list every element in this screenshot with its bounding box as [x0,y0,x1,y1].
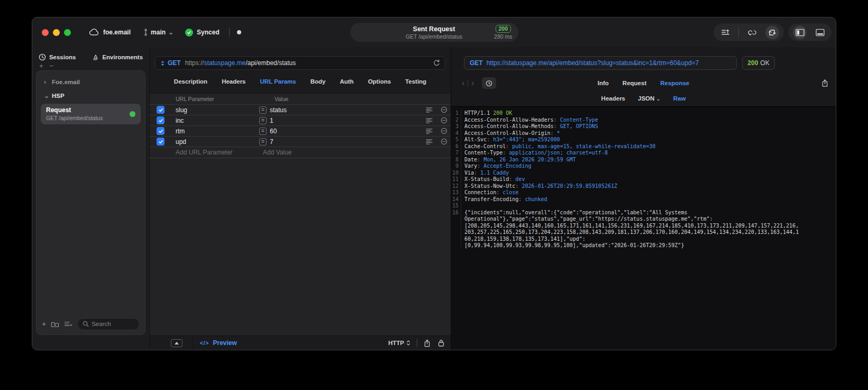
add-param-value-placeholder[interactable]: Add Value [263,149,292,156]
line-number: 5 [451,137,461,143]
param-value-field[interactable]: 1 [270,117,273,124]
editor-tab-options[interactable]: Options [368,78,391,85]
method-label[interactable]: GET [168,59,181,67]
param-name-field[interactable]: slug [176,106,259,114]
param-remove-icon[interactable] [441,106,447,113]
response-panel: GET https://statuspage.me/api/embed/stat… [451,47,836,350]
response-line: 10Via: 1.1 Caddy [451,170,836,177]
url-text[interactable]: https://statuspage.me/api/embed/status [185,59,296,67]
tree-group-foe-email[interactable]: › Foe.email [41,75,141,89]
expand-panel-icon[interactable] [171,339,182,347]
editor-tab-testing[interactable]: Testing [405,78,426,85]
code-icon: </> [200,340,209,346]
toggle-bottom-panel-icon[interactable] [813,25,827,39]
tab-sessions[interactable]: Sessions [39,53,76,61]
remove-session-button[interactable]: − [50,63,54,70]
param-value-field[interactable]: 60 [270,128,277,135]
response-status-code: 200 [747,59,758,67]
history-button[interactable] [482,77,496,89]
tree-group-hsp[interactable]: ⌄ HSP [41,89,141,103]
tab-environments[interactable]: Environments [92,53,143,61]
protocol-label: HTTP [388,340,404,346]
sync-status[interactable]: Synced [185,29,220,37]
sent-request-url-bar[interactable]: GET https://statuspage.me/api/embed/stat… [464,56,737,70]
sent-request-title: Sent Request [413,25,455,33]
response-tab-info[interactable]: Info [598,80,609,86]
param-remove-icon[interactable] [441,117,447,124]
param-value-field[interactable]: 7 [270,138,273,146]
reload-icon[interactable] [433,59,440,67]
request-tree-item-selected[interactable]: Request GET /api/embed/status [41,104,141,124]
param-enabled-checkbox[interactable] [157,106,165,114]
line-number: 15 [451,203,461,210]
response-subtab-json[interactable]: JSON⌄ [638,95,661,102]
url-host: statuspage.me [204,59,246,67]
sync-loop-icon[interactable] [745,25,759,39]
history-forward-icon[interactable]: › [468,79,477,87]
lock-icon[interactable] [438,339,444,347]
url-path: /api/embed/status [245,59,296,67]
editor-tab-auth[interactable]: Auth [340,78,353,85]
preview-label: Preview [213,339,236,347]
editor-tab-url-params[interactable]: URL Params [260,78,296,85]
resend-request-icon[interactable] [765,25,779,39]
close-window-button[interactable] [42,29,49,36]
minimize-window-button[interactable] [53,29,60,36]
unsaved-indicator-dot [237,30,241,34]
toolbar-group-requests [714,24,784,41]
branch-selector[interactable]: main ⌄ [143,28,173,37]
project-switcher[interactable]: foe.email [89,29,131,36]
param-format-icon[interactable] [426,107,433,113]
zoom-window-button[interactable] [64,29,71,36]
add-param-name-placeholder[interactable]: Add URL Parameter [176,149,233,156]
param-format-icon[interactable] [426,128,433,134]
editor-tab-headers[interactable]: Headers [222,78,245,85]
add-request-button[interactable]: + [42,320,46,328]
branch-icon [143,28,148,37]
sent-request-summary[interactable]: Sent Request GET /api/embed/status 200 2… [350,23,518,42]
response-subtab-headers[interactable]: Headers [601,95,625,102]
chevron-down-icon: ⌄ [656,96,660,102]
param-remove-icon[interactable] [441,128,447,134]
response-line: [0,99.94,100,99.93,99.98,99.95,100],"upd… [451,242,836,249]
param-row: upd = 7 [150,136,451,147]
param-remove-icon[interactable] [441,138,447,145]
response-line: 5Alt-Svc: h3=":443"; ma=2592000 [451,137,836,143]
add-param-row[interactable]: Add URL Parameter Add Value [150,147,451,158]
response-tab-request[interactable]: Request [623,80,646,86]
request-list-icon[interactable] [718,25,732,39]
session-tree-panel: › Foe.email ⌄ HSP Request GET /api/embed… [36,70,145,335]
param-enabled-checkbox[interactable] [157,116,165,124]
param-row: rtm = 60 [150,125,451,136]
method-stepper-icon[interactable] [160,60,165,67]
protocol-selector[interactable]: HTTP [388,340,410,346]
sort-options-icon[interactable] [64,321,72,328]
editor-tab-body[interactable]: Body [310,78,326,85]
request-url-field[interactable]: GET https://statuspage.me/api/embed/stat… [155,56,445,70]
new-folder-icon[interactable] [51,321,59,328]
search-input[interactable]: Search [77,318,140,330]
add-session-button[interactable]: + [39,63,43,70]
history-back-icon[interactable]: ‹ [459,79,468,87]
footer-divider [417,339,417,347]
response-subtabs: HeadersJSON⌄Raw [451,93,836,104]
response-line: 12X-Status-Now-Utc: 2026-01-26T20:29:59.… [451,183,836,190]
param-name-field[interactable]: inc [176,117,259,124]
response-tab-response[interactable]: Response [660,80,689,86]
equals-icon: = [259,117,267,124]
export-response-icon[interactable] [821,79,828,87]
tab-environments-label: Environments [102,54,143,60]
param-value-field[interactable]: status [270,106,287,114]
param-format-icon[interactable] [426,117,433,124]
param-format-icon[interactable] [426,139,433,145]
response-subtab-raw[interactable]: Raw [673,95,686,102]
param-name-field[interactable]: rtm [176,128,259,135]
param-name-field[interactable]: upd [176,138,259,146]
request-item-title: Request [46,106,130,114]
share-icon[interactable] [424,339,431,347]
editor-tab-description[interactable]: Description [174,78,207,85]
toggle-left-sidebar-icon[interactable] [793,25,807,39]
param-enabled-checkbox[interactable] [157,127,165,135]
param-enabled-checkbox[interactable] [157,138,165,146]
preview-button[interactable]: </> Preview [200,339,237,347]
